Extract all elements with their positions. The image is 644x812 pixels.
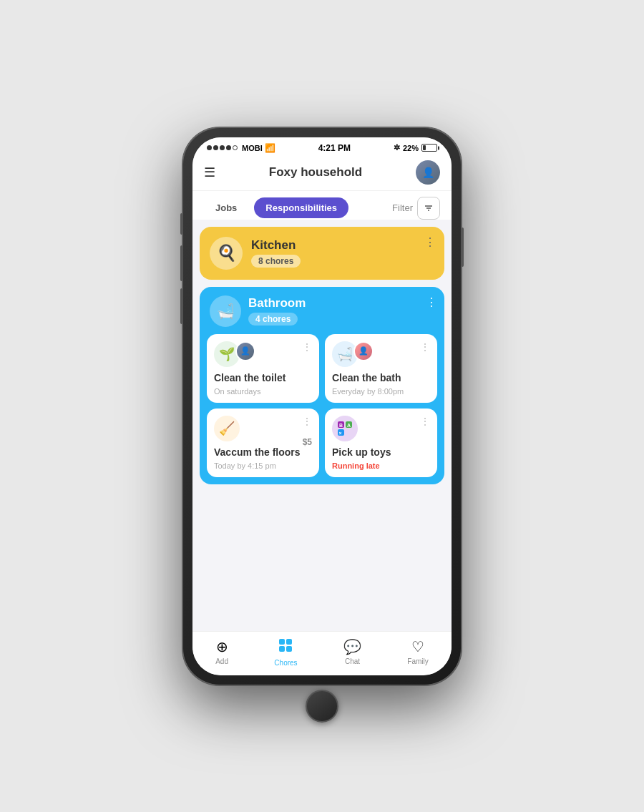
status-left: MOBI 📶 [207,143,275,153]
battery-percent: 22% [403,144,419,152]
kitchen-chores-badge: 8 chores [251,255,301,268]
toys-chore-time: Running late [332,461,430,470]
scroll-content[interactable]: 🍳 Kitchen 8 chores ⋮ 🛁 Bathroom 4 chores… [192,220,452,650]
assignee-avatar-toilet: 👤 [235,341,255,361]
kitchen-section-card[interactable]: 🍳 Kitchen 8 chores ⋮ [200,227,444,280]
svg-rect-10 [286,639,292,645]
chore-icons-vacuum: 🧹 [214,416,240,441]
tab-jobs[interactable]: Jobs [204,197,248,218]
filter-area: Filter [392,197,440,220]
chore-icons-bath: 🛁 👤 [332,341,374,367]
toilet-chore-time: On saturdays [214,387,312,396]
vacuum-chore-name: Vaccum the floors [214,446,312,459]
bathroom-icon: 🛁 [210,295,241,327]
carrier-label: MOBI [242,144,263,152]
avatar-image: 👤 [416,160,440,185]
wifi-icon: 📶 [265,143,275,153]
filter-button[interactable] [417,197,440,220]
phone-screen: MOBI 📶 4:21 PM ✲ 22% ☰ Foxy household 👤 [192,137,452,675]
signal-dot-4 [226,145,231,150]
bath-menu-button[interactable]: ⋮ [420,341,430,353]
chore-card-header-bath: 🛁 👤 ⋮ [332,341,430,367]
chore-card-header-vacuum: 🧹 ⋮ [214,416,312,441]
side-button-left-2 [180,245,183,281]
signal-dots [207,145,238,150]
signal-dot-2 [213,145,218,150]
svg-text:B: B [339,423,343,428]
family-icon: ♡ [411,638,424,655]
bath-chore-time: Everyday by 8:00pm [332,387,430,396]
bluetooth-icon: ✲ [394,143,400,152]
battery-fill [423,145,426,150]
chore-grid: 🌱 👤 ⋮ Clean the toilet On saturdays 🛁 [207,334,437,477]
svg-rect-11 [279,646,285,652]
svg-rect-12 [286,646,292,652]
home-button[interactable] [306,690,338,723]
filter-label: Filter [392,202,413,213]
bathroom-chores-badge: 4 chores [248,313,298,326]
chores-nav-icon [278,637,293,653]
kitchen-info: Kitchen 8 chores [251,238,301,268]
bottom-navigation: ⊕ Add Chores 💬 Chat ♡ [192,631,452,675]
signal-dot-5 [233,145,238,150]
chores-label: Chores [274,659,297,667]
chore-card-vacuum[interactable]: 🧹 ⋮ $5 Vaccum the floors Today by 4:15 p… [207,409,319,477]
chat-label: Chat [345,657,360,665]
toys-menu-button[interactable]: ⋮ [420,416,430,427]
battery-body [421,144,437,152]
signal-dot-1 [207,145,212,150]
side-button-left-1 [180,213,183,235]
status-bar: MOBI 📶 4:21 PM ✲ 22% [192,137,452,156]
assignee-avatar-bath: 👤 [353,341,374,361]
nav-item-chores[interactable]: Chores [274,637,297,667]
family-label: Family [407,657,428,665]
vacuum-task-icon: 🧹 [214,416,240,441]
nav-item-family[interactable]: ♡ Family [407,638,428,665]
bathroom-header: 🛁 Bathroom 4 chores ⋮ [207,295,437,334]
chore-card-toys[interactable]: B A × ⋮ Pick up toys Running late [325,409,437,477]
toilet-menu-button[interactable]: ⋮ [302,341,312,353]
chore-card-header-toilet: 🌱 👤 ⋮ [214,341,312,367]
user-avatar[interactable]: 👤 [416,160,440,185]
battery-icon [421,144,437,152]
svg-text:A: A [347,423,351,428]
chore-card-toilet[interactable]: 🌱 👤 ⋮ Clean the toilet On saturdays [207,334,319,403]
chores-icon [278,637,293,657]
toys-task-icon: B A × [332,416,358,441]
vacuum-price: $5 [303,437,312,447]
bathroom-menu-button[interactable]: ⋮ [426,295,437,309]
bathroom-info: Bathroom 4 chores [248,296,306,326]
chore-card-bath[interactable]: 🛁 👤 ⋮ Clean the bath Everyday by 8:00pm [325,334,437,403]
chore-icons-toys: B A × [332,416,358,441]
vacuum-chore-time: Today by 4:15 pm [214,461,312,470]
side-button-left-3 [180,288,183,324]
kitchen-menu-button[interactable]: ⋮ [424,235,436,249]
kitchen-icon: 🍳 [210,237,243,270]
time-display: 4:21 PM [318,143,351,153]
nav-item-add[interactable]: ⊕ Add [215,638,228,665]
app-header: ☰ Foxy household 👤 [192,156,452,191]
header-title: Foxy household [269,165,362,180]
chat-icon: 💬 [343,638,361,655]
status-right: ✲ 22% [394,143,437,152]
filter-icon [424,203,434,213]
svg-rect-9 [279,639,285,645]
vacuum-menu-button[interactable]: ⋮ [302,416,312,427]
chore-card-header-toys: B A × ⋮ [332,416,430,441]
signal-dot-3 [220,145,225,150]
add-icon: ⊕ [216,638,228,655]
bath-chore-name: Clean the bath [332,371,430,384]
chore-icons-toilet: 🌱 👤 [214,341,255,367]
tabs-bar: Jobs Responsibilities Filter [192,191,452,220]
toilet-chore-name: Clean the toilet [214,371,312,384]
toys-chore-name: Pick up toys [332,446,430,459]
tab-responsibilities[interactable]: Responsibilities [254,197,348,218]
svg-text:×: × [339,431,342,436]
kitchen-title: Kitchen [251,238,301,253]
menu-button[interactable]: ☰ [204,165,215,180]
bathroom-section: 🛁 Bathroom 4 chores ⋮ 🌱 👤 [200,287,444,484]
side-button-right [461,228,464,267]
blocks-svg: B A × [337,421,353,436]
nav-item-chat[interactable]: 💬 Chat [343,638,361,665]
add-label: Add [215,657,228,665]
